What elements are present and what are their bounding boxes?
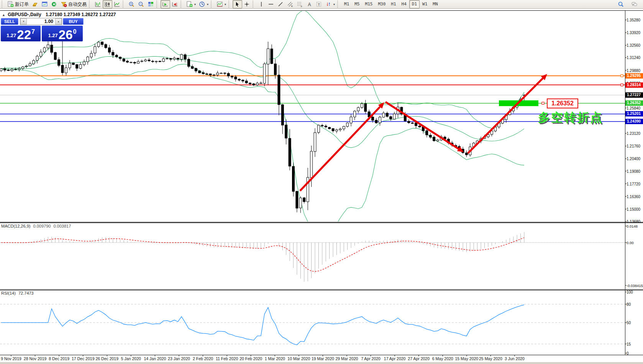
channel-glyph: E — [287, 1, 294, 7]
tf-mn[interactable]: MN — [430, 0, 440, 8]
price-axis-tick: 1.20400 — [627, 157, 640, 161]
toolbar-separator — [228, 1, 232, 8]
zoom-in-icon[interactable] — [127, 0, 136, 8]
trendline-icon[interactable] — [276, 0, 285, 8]
crosshair-icon[interactable] — [242, 0, 252, 8]
macd-axis-tick: 0.00 — [627, 241, 634, 245]
sell-price-box[interactable]: 1.27 22 7 — [1, 26, 41, 41]
bar-chart-icon[interactable] — [93, 0, 103, 8]
rsi-line — [1, 305, 524, 345]
clock-glyph — [199, 1, 205, 7]
periods-clock-icon[interactable]: ▾ — [197, 0, 210, 8]
buy-price-box[interactable]: 1.27 26 0 — [42, 26, 83, 41]
fibonacci-icon[interactable]: F — [295, 0, 305, 8]
shift-glyph — [172, 1, 178, 7]
sell-button[interactable]: SELL — [1, 18, 18, 25]
volume-stepper: ▾ 1.00 ▴ — [20, 18, 62, 25]
tline-glyph — [277, 1, 284, 7]
autotrading-glyph — [61, 1, 67, 7]
tf-w1[interactable]: W1 — [420, 0, 430, 8]
new-chart-icon[interactable]: ▾ — [185, 0, 197, 8]
macd-signal-line — [1, 238, 524, 272]
volume-input[interactable]: 1.00 — [27, 18, 55, 25]
rsi-axis-tick: 0 — [627, 351, 629, 355]
text-label-icon[interactable]: T — [314, 0, 324, 8]
zoom-out-glyph — [138, 1, 144, 7]
horizontal-line-icon[interactable] — [266, 0, 276, 8]
candlestick-chart-icon[interactable] — [103, 0, 112, 8]
hline-glyph — [268, 1, 274, 7]
dropdown-caret-icon[interactable]: ▾ — [225, 3, 226, 6]
chart-shift-icon[interactable] — [170, 0, 180, 8]
text-icon[interactable]: A — [305, 0, 314, 8]
chart-window: ▲ GBPUSD-,Daily 1.27180 1.27349 1.26272 … — [0, 10, 643, 364]
autoscroll-glyph — [162, 1, 169, 7]
buy-price-int: 1.27 — [48, 33, 58, 38]
date-axis-label: 8 Dec 2019 — [49, 356, 69, 361]
candles — [0, 36, 525, 213]
linechart-glyph — [114, 1, 120, 7]
tf-h1[interactable]: H1 — [388, 0, 399, 8]
buy-button[interactable]: BUY — [63, 18, 84, 25]
toolbar-separator — [337, 1, 341, 8]
buy-price-point: 0 — [73, 28, 77, 35]
date-axis-label: 9 Nov 2019 — [1, 356, 21, 361]
dropdown-caret-icon[interactable]: ▾ — [207, 3, 208, 6]
up-trend-arrow-1[interactable] — [378, 102, 384, 108]
date-axis-label: 3 Jun 2020 — [505, 356, 525, 361]
tf-m1[interactable]: M1 — [341, 0, 352, 8]
volume-decrease-button[interactable]: ▾ — [20, 18, 27, 25]
green-zone-rectangle[interactable] — [499, 100, 538, 106]
textA-glyph: A — [306, 1, 313, 7]
date-axis-label: 23 Jan 2020 — [168, 356, 190, 361]
dropdown-caret-icon[interactable]: ▾ — [194, 3, 196, 6]
new-order-glyph — [7, 1, 14, 7]
dropdown-caret-icon[interactable]: ▾ — [333, 3, 335, 6]
macd-axis-tick: 0.0148 — [627, 224, 638, 228]
date-axis-label: 10 Mar 2020 — [287, 356, 310, 361]
date-axis-label: 19 Mar 2020 — [312, 356, 334, 361]
tile-windows-icon[interactable] — [146, 0, 156, 8]
zoom-out-icon[interactable] — [136, 0, 146, 8]
search-icon[interactable] — [616, 0, 626, 8]
new-order-button[interactable]: 新订单 — [6, 0, 30, 8]
indicator-glyph — [217, 1, 223, 7]
line-chart-icon[interactable] — [112, 0, 122, 8]
price-axis-tick: 1.19080 — [627, 169, 640, 173]
rsi-axis-tick: 50 — [627, 320, 631, 325]
down-trend-arrow[interactable] — [457, 146, 464, 152]
tf-d1[interactable]: D1 — [409, 0, 420, 8]
date-axis-label: 5 Jan 2020 — [121, 356, 141, 361]
chinese-annotation-text[interactable]: 多空转折点 — [538, 110, 603, 126]
fibo-glyph: F — [297, 1, 303, 7]
chart-title: ▲ GBPUSD-,Daily 1.27180 1.27349 1.26272 … — [2, 12, 116, 17]
svg-text:E: E — [291, 5, 293, 7]
price-axis-tick: 1.32560 — [627, 43, 640, 48]
tf-m30[interactable]: M30 — [375, 0, 388, 8]
auto-scroll-icon[interactable] — [161, 0, 170, 8]
tiles-glyph — [148, 1, 154, 7]
tf-m15[interactable]: M15 — [363, 0, 376, 8]
cursor-icon[interactable] — [233, 0, 242, 8]
equidistant-channel-icon[interactable]: E — [285, 0, 295, 8]
up-trend-arrow-2[interactable] — [541, 74, 547, 80]
date-axis-label: 7 Apr 2020 — [361, 356, 381, 361]
date-axis-label: 2 Feb 2020 — [193, 356, 213, 361]
sound-glyph — [51, 1, 57, 7]
price-badge-1.28314: 1.28314 — [625, 82, 643, 88]
chart-window-icon[interactable] — [40, 0, 49, 8]
sounds-icon[interactable] — [49, 0, 59, 8]
price-level-label[interactable]: 1.26352 — [547, 98, 578, 108]
tf-m5[interactable]: M5 — [352, 0, 362, 8]
gold-icon[interactable] — [30, 0, 40, 8]
svg-text:T: T — [318, 3, 320, 7]
indicators-list-icon[interactable]: ▾ — [215, 0, 228, 8]
vertical-line-icon[interactable] — [257, 0, 266, 8]
volume-increase-button[interactable]: ▴ — [55, 18, 62, 25]
tf-h4[interactable]: H4 — [399, 0, 409, 8]
chat-icon[interactable] — [630, 0, 639, 8]
autotrading-button[interactable]: 自动交易 — [59, 0, 88, 8]
arrows-icon[interactable]: ▾ — [324, 0, 336, 8]
symbol-period-label: GBPUSD-,Daily — [8, 12, 41, 17]
toolbar-separator — [123, 1, 126, 8]
